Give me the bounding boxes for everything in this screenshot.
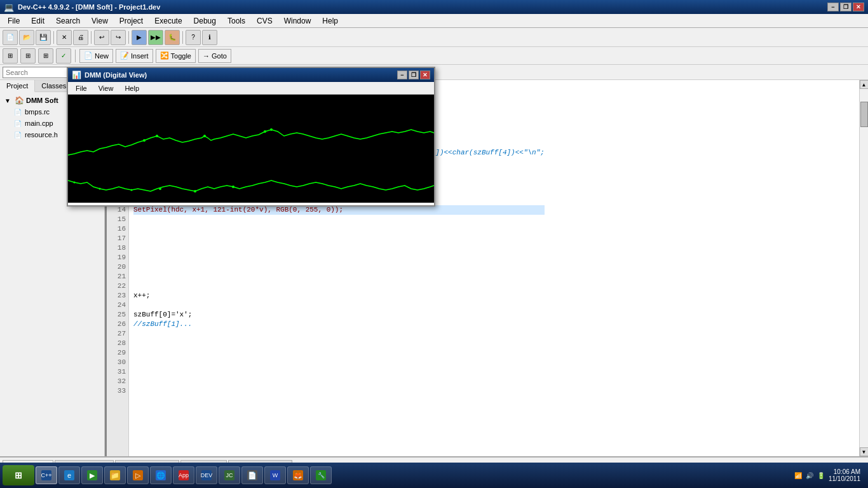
svg-point-2: [203, 135, 206, 137]
menu-cvs[interactable]: CVS: [252, 15, 278, 27]
taskbar-dev[interactable]: DEV: [196, 466, 217, 484]
save-btn[interactable]: 💾: [36, 30, 51, 45]
dmm-restore-btn[interactable]: ❒: [409, 71, 419, 79]
dmm-title-icon: 📊: [72, 71, 81, 79]
run-btn[interactable]: ▶▶: [148, 30, 163, 45]
new-icon: 📄: [84, 51, 93, 60]
taskbar-folder[interactable]: 📁: [104, 466, 126, 484]
close-file-btn[interactable]: ✕: [57, 30, 72, 45]
print-btn[interactable]: 🖨: [73, 30, 88, 45]
sep4: [182, 31, 183, 44]
windows-logo: ⊞: [15, 470, 22, 480]
taskbar-browser[interactable]: 🌐: [150, 466, 172, 484]
taskbar-devcpp-icon: C++: [41, 470, 51, 480]
taskbar-devcpp[interactable]: C++: [36, 466, 57, 484]
taskbar-app2-icon: 🔧: [316, 470, 326, 480]
taskbar-browser-icon: 🌐: [156, 470, 166, 480]
taskbar-file[interactable]: 📄: [241, 466, 263, 484]
insert-button[interactable]: 📝 Insert: [116, 49, 153, 63]
taskbar-media2[interactable]: ▷: [127, 466, 149, 484]
insert-label: Insert: [131, 52, 149, 60]
tray-battery-icon: 🔋: [817, 472, 825, 479]
dmm-titlebar[interactable]: 📊 DMM (Digital View) − ❒ ✕: [68, 68, 434, 82]
tree-item-label: bmps.rc: [25, 108, 50, 116]
dmm-canvas: [68, 95, 434, 203]
menu-execute[interactable]: Execute: [149, 15, 187, 27]
dmm-close-btn[interactable]: ✕: [420, 71, 430, 79]
taskbar-app1[interactable]: App: [173, 466, 194, 484]
taskbar-word[interactable]: W: [264, 466, 286, 484]
dmm-window: 📊 DMM (Digital View) − ❒ ✕ File View Hel…: [67, 67, 435, 207]
dmm-minimize-btn[interactable]: −: [397, 71, 407, 79]
toggle-button[interactable]: 🔀 Toggle: [156, 49, 196, 63]
tree-item-label2: main.cpp: [25, 119, 53, 127]
sep5: [75, 50, 76, 62]
grid-btn2[interactable]: ⊞: [20, 48, 36, 64]
menu-view[interactable]: View: [86, 15, 113, 27]
tree-root-icon: 🏠: [15, 96, 24, 105]
compile-btn[interactable]: ▶: [132, 30, 147, 45]
goto-label: Goto: [212, 52, 227, 60]
scroll-down-arrow[interactable]: ▼: [860, 447, 869, 456]
taskbar-jc-icon: JC: [224, 470, 234, 480]
taskbar-dev-icon: DEV: [201, 470, 212, 480]
menu-search[interactable]: Search: [51, 15, 85, 27]
undo-btn[interactable]: ↩: [94, 30, 109, 45]
menu-debug[interactable]: Debug: [189, 15, 221, 27]
taskbar-media1[interactable]: ▶: [81, 466, 103, 484]
grid-btn3[interactable]: ⊞: [38, 48, 53, 64]
dmm-titlebar-controls: − ❒ ✕: [397, 71, 430, 79]
menu-project[interactable]: Project: [114, 15, 148, 27]
dmm-menu-file[interactable]: File: [71, 84, 92, 93]
info-btn[interactable]: ℹ: [202, 30, 217, 45]
tab-project[interactable]: Project: [0, 80, 35, 92]
grid-btn1[interactable]: ⊞: [3, 48, 18, 64]
right-scrollbar: ▲ ▼: [859, 80, 868, 456]
dmm-menu-view[interactable]: View: [93, 84, 119, 93]
taskbar-firefox[interactable]: 🦊: [287, 466, 309, 484]
taskbar-app2[interactable]: 🔧: [310, 466, 332, 484]
taskbar-file-icon: 📄: [247, 470, 257, 480]
taskbar-jc[interactable]: JC: [219, 466, 240, 484]
svg-point-7: [232, 186, 234, 188]
svg-point-10: [131, 189, 133, 191]
menu-window[interactable]: Window: [279, 15, 316, 27]
new-button[interactable]: 📄 New: [79, 49, 113, 63]
menu-file[interactable]: File: [3, 15, 25, 27]
taskbar-media1-icon: ▶: [87, 470, 97, 480]
minimize-button[interactable]: −: [827, 3, 839, 11]
close-button[interactable]: ✕: [853, 3, 864, 11]
scroll-thumb-handle[interactable]: [860, 102, 868, 127]
goto-button[interactable]: → Goto: [198, 49, 231, 63]
menu-help[interactable]: Help: [317, 15, 343, 27]
check-btn[interactable]: ✓: [56, 48, 71, 64]
sep1: [53, 31, 54, 44]
new-label: New: [95, 52, 109, 60]
svg-point-4: [270, 128, 273, 131]
tree-root-expand-icon: ▼: [3, 95, 13, 105]
tree-file-icon: 📄: [13, 107, 23, 117]
scroll-track[interactable]: [860, 89, 869, 447]
help-btn[interactable]: ?: [186, 30, 201, 45]
svg-point-0: [143, 139, 146, 142]
taskbar-ie[interactable]: e: [58, 466, 80, 484]
new-file-btn[interactable]: 📄: [3, 30, 18, 45]
start-button[interactable]: ⊞: [3, 465, 34, 485]
dmm-title-text: DMM (Digital View): [85, 71, 147, 79]
dmm-menu-help[interactable]: Help: [119, 84, 144, 93]
tree-file-icon3: 📄: [13, 130, 23, 140]
restore-button[interactable]: ❒: [840, 3, 851, 11]
menu-edit[interactable]: Edit: [26, 15, 50, 27]
title-bar-icon: 💻: [4, 3, 14, 12]
scroll-up-arrow[interactable]: ▲: [860, 80, 869, 89]
open-btn[interactable]: 📂: [19, 30, 34, 45]
taskbar-media2-icon: ▷: [133, 470, 143, 480]
tree-item-label3: resource.h: [25, 131, 58, 139]
taskbar-ie-icon: e: [64, 470, 74, 480]
taskbar-app1-icon: App: [179, 470, 189, 480]
waveform-dots: [74, 128, 273, 193]
debug-btn[interactable]: 🐛: [165, 30, 180, 45]
sep2: [91, 31, 92, 44]
redo-btn[interactable]: ↪: [111, 30, 126, 45]
menu-tools[interactable]: Tools: [222, 15, 250, 27]
